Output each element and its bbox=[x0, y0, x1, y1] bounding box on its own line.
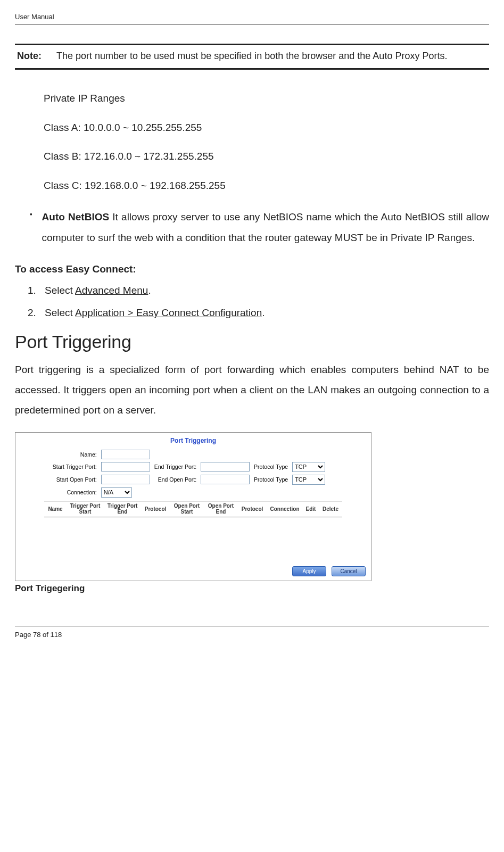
end-trigger-label: End Trigger Port: bbox=[154, 464, 196, 470]
step2-link[interactable]: Application > Easy Connect Configuration bbox=[75, 307, 262, 318]
note-block: Note: The port number to be used must be… bbox=[15, 44, 489, 70]
access-heading: To access Easy Connect: bbox=[15, 263, 489, 275]
th-open-end: Open Port End bbox=[204, 503, 238, 515]
auto-netbios-item: ▪ Auto NetBIOS It allows proxy server to… bbox=[15, 207, 489, 249]
th-protocol: Protocol bbox=[141, 503, 170, 515]
cancel-button[interactable]: Cancel bbox=[332, 566, 366, 576]
start-trigger-label: Start Trigger Port: bbox=[53, 464, 97, 470]
note-text: The port number to be used must be speci… bbox=[56, 51, 489, 62]
port-triggering-title: Port Triggering bbox=[15, 332, 489, 352]
pt-table-header: Name Trigger Port Start Trigger Port End… bbox=[44, 501, 342, 517]
protocol-type-select-2[interactable]: TCP bbox=[292, 475, 325, 485]
step1-body: Select Advanced Menu. bbox=[45, 285, 151, 296]
start-open-input[interactable] bbox=[101, 475, 150, 484]
step1-number: 1. bbox=[28, 285, 38, 296]
bullet-marker-icon: ▪ bbox=[30, 207, 32, 249]
th-name: Name bbox=[44, 503, 67, 515]
main-content: Note: The port number to be used must be… bbox=[15, 24, 489, 594]
figure-caption: Port Trigegering bbox=[15, 583, 489, 594]
start-open-label: Start Open Port: bbox=[53, 476, 97, 483]
auto-netbios-desc: It allows proxy server to use any NetBIO… bbox=[42, 211, 489, 243]
port-triggering-body: Port triggering is a specialized form of… bbox=[15, 360, 489, 420]
private-ip-class-a: Class A: 10.0.0.0 ~ 10.255.255.255 bbox=[44, 120, 489, 136]
apply-button[interactable]: Apply bbox=[292, 566, 326, 576]
step2-body: Select Application > Easy Connect Config… bbox=[45, 307, 265, 319]
page-number: Page 78 of 118 bbox=[15, 631, 62, 639]
name-label: Name: bbox=[53, 451, 97, 458]
page-footer: Page 78 of 118 bbox=[15, 626, 489, 639]
step1-suffix: . bbox=[148, 285, 151, 296]
th-connection: Connection bbox=[267, 503, 303, 515]
auto-netbios-body: Auto NetBIOS It allows proxy server to u… bbox=[42, 207, 489, 249]
auto-netbios-term: Auto NetBIOS bbox=[42, 211, 110, 222]
step1-link[interactable]: Advanced Menu bbox=[75, 285, 148, 296]
note-label: Note: bbox=[15, 51, 45, 62]
protocol-type-label-1: Protocol Type bbox=[254, 464, 288, 470]
header-title: User Manual bbox=[15, 13, 54, 21]
th-trigger-start: Trigger Port Start bbox=[67, 503, 104, 515]
th-delete: Delete bbox=[319, 503, 342, 515]
port-triggering-panel: Port Triggering Name: Start Trigger Port… bbox=[15, 432, 371, 581]
private-ip-block: Private IP Ranges Class A: 10.0.0.0 ~ 10… bbox=[15, 91, 489, 193]
page-header: User Manual bbox=[15, 13, 489, 24]
step2-suffix: . bbox=[262, 307, 265, 318]
end-trigger-input[interactable] bbox=[201, 462, 250, 472]
protocol-type-label-2: Protocol Type bbox=[254, 476, 288, 483]
pt-form: Name: Start Trigger Port: End Trigger Po… bbox=[44, 450, 342, 498]
private-ip-class-c: Class C: 192.168.0.0 ~ 192.168.255.255 bbox=[44, 178, 489, 194]
step2-text: Select bbox=[45, 307, 75, 318]
th-edit: Edit bbox=[303, 503, 319, 515]
step2-number: 2. bbox=[28, 307, 38, 319]
name-input[interactable] bbox=[101, 450, 150, 459]
th-open-start: Open Port Start bbox=[170, 503, 204, 515]
connection-select[interactable]: N/A bbox=[101, 487, 132, 498]
private-ip-class-b: Class B: 172.16.0.0 ~ 172.31.255.255 bbox=[44, 149, 489, 164]
th-trigger-end: Trigger Port End bbox=[104, 503, 141, 515]
connection-label: Connection: bbox=[53, 489, 97, 495]
th-protocol-2: Protocol bbox=[238, 503, 267, 515]
end-open-input[interactable] bbox=[201, 475, 250, 484]
protocol-type-select-1[interactable]: TCP bbox=[292, 462, 325, 472]
pt-button-row: Apply Cancel bbox=[292, 566, 366, 576]
step1-text: Select bbox=[45, 285, 75, 296]
private-ip-heading: Private IP Ranges bbox=[44, 91, 489, 106]
access-step-1: 1. Select Advanced Menu. bbox=[15, 285, 489, 296]
access-step-2: 2. Select Application > Easy Connect Con… bbox=[15, 307, 489, 319]
end-open-label: End Open Port: bbox=[154, 476, 196, 483]
pt-panel-title: Port Triggering bbox=[20, 437, 367, 444]
start-trigger-input[interactable] bbox=[101, 462, 150, 472]
